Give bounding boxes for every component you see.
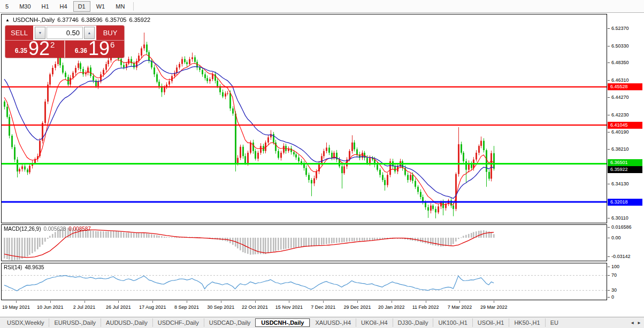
level-price-label: 6.41045 [608, 122, 642, 129]
timeframe-button[interactable]: 5 [1, 1, 13, 12]
date-tick-mark [459, 301, 460, 303]
date-tick-mark [357, 301, 358, 303]
timeframe-button[interactable]: MN [111, 1, 129, 12]
toolbar-separator [133, 2, 134, 11]
level-price-label: 6.36501 [608, 159, 642, 166]
macd-canvas [2, 225, 607, 261]
date-tick-mark [221, 301, 221, 303]
rsi-tick-label: 70 [608, 272, 617, 278]
date-tick-mark [255, 301, 256, 303]
volume-field[interactable]: 0.50 [47, 27, 83, 39]
rsi-axis: 10070300 [608, 263, 644, 300]
date-tick-mark [494, 301, 494, 303]
date-axis: 19 May 202110 Jun 20212 Jul 202126 Jul 2… [0, 301, 644, 315]
date-tick-mark [392, 301, 392, 303]
macd-name: MACD(12,26,9) [4, 226, 41, 232]
date-label: 11 Feb 2022 [412, 304, 439, 310]
rsi-tick-label: 30 [608, 287, 617, 293]
sell-price-prefix: 6.35 [15, 47, 27, 54]
macd-axis: 0.0165860.00-0.03142 [608, 224, 644, 261]
symbol-tab[interactable]: XAUUSD-,H4 [310, 318, 356, 327]
ohlc-high: 6.38596 [81, 17, 103, 23]
sell-price-big: 92 [28, 41, 50, 57]
current-price-axis: 6.35922 [608, 14, 644, 223]
level-price-label: 6.32018 [608, 199, 642, 206]
chevron-down-icon: ▼ [39, 31, 42, 35]
ohlc-open: 6.37746 [57, 17, 79, 23]
symbol-tab[interactable]: UK100-,H1 [433, 318, 472, 327]
rsi-value: 48.9635 [25, 264, 44, 270]
rsi-tick-label: 100 [608, 264, 619, 270]
symbol-tabbar: USDX,WeeklyEURUSD-,DailyAUDUSD-,DailyUSD… [0, 317, 644, 328]
macd-tick-label: -0.03142 [608, 254, 631, 260]
date-label: 8 Sep 2021 [174, 304, 199, 310]
rsi-panel: RSI(14)48.9635 [1, 263, 607, 300]
level-price-label: 6.45528 [608, 83, 642, 90]
symbol-tab-list: USDX,WeeklyEURUSD-,DailyAUDUSD-,DailyUSD… [2, 317, 563, 328]
tab-scroll-right-icon[interactable]: ► [637, 321, 641, 325]
chart-symbol-label: USDCNH-,Daily [13, 17, 55, 23]
timeframe-button[interactable]: D1 [73, 1, 90, 12]
symbol-tab[interactable]: DJ30-,Daily [393, 318, 433, 327]
date-label: 19 May 2021 [2, 304, 30, 310]
buy-price-big: 19 [88, 41, 110, 57]
date-tick-mark [187, 301, 187, 303]
date-label: 7 Mar 2022 [448, 304, 472, 310]
symbol-tab[interactable]: EURUSD-,Daily [49, 318, 101, 327]
macd-tick-label: 0.00 [608, 235, 621, 241]
rsi-label: RSI(14)48.9635 [4, 264, 44, 270]
timeframe-button[interactable]: H1 [37, 1, 54, 12]
timeframe-list: 5M30H1H4D1W1MN [0, 0, 130, 12]
date-tick-mark [85, 301, 85, 303]
timeframe-button[interactable]: H4 [55, 1, 72, 12]
rsi-canvas [2, 263, 607, 300]
date-label: 17 Aug 2021 [139, 304, 166, 310]
macd-label: MACD(12,26,9)0.0056280.008587 [4, 226, 91, 232]
tab-scroll-arrows: ◄ ► [630, 321, 644, 325]
date-label: 26 Jul 2021 [106, 304, 131, 310]
date-label: 7 Dec 2021 [311, 304, 335, 310]
date-label: 30 Sep 2021 [207, 304, 234, 310]
chart-window: ▲USDCNH-,Daily6.377466.385966.357056.359… [0, 13, 644, 315]
symbol-tab[interactable]: USDCNH-,Daily [255, 318, 310, 327]
tab-scroll-left-icon[interactable]: ◄ [630, 321, 634, 325]
date-label: 2 Jul 2021 [73, 304, 96, 310]
buy-price-prefix: 6.36 [75, 47, 87, 54]
date-label: 15 Nov 2021 [275, 304, 303, 310]
date-label: 20 Jan 2022 [378, 304, 405, 310]
date-label: 29 Dec 2021 [343, 304, 371, 310]
sell-price-pip: 2 [50, 40, 55, 49]
symbol-tab[interactable]: HK50-,H1 [509, 318, 545, 327]
date-tick-mark [50, 301, 51, 303]
buy-price-pip: 6 [110, 40, 114, 49]
sell-price-button[interactable]: 6.35 92 2 [5, 41, 65, 58]
timeframe-button[interactable]: M30 [14, 1, 35, 12]
collapse-panel-icon[interactable]: ▲ [5, 18, 10, 22]
symbol-tab[interactable]: UKOil-,H4 [356, 318, 393, 327]
timeframe-button[interactable]: W1 [91, 1, 110, 12]
current-price-label: 6.35922 [608, 166, 642, 173]
chart-title: ▲USDCNH-,Daily6.377466.385966.357056.359… [5, 17, 150, 23]
date-tick-mark [426, 301, 426, 303]
date-label: 29 Mar 2022 [480, 304, 508, 310]
symbol-tab[interactable]: EU [545, 318, 563, 327]
chevron-up-icon: ▲ [88, 31, 91, 35]
date-tick-mark [152, 301, 153, 303]
symbol-tab[interactable]: USDCHF-,Daily [152, 318, 204, 327]
buy-price-button[interactable]: 6.36 19 6 [65, 41, 124, 58]
ohlc-low: 6.35705 [105, 17, 127, 23]
symbol-tab[interactable]: USOil-,H1 [472, 318, 509, 327]
macd-main-value: 0.005628 [43, 226, 66, 232]
symbol-tab[interactable]: USDCAD-,Daily [204, 318, 256, 327]
ohlc-close: 6.35922 [129, 17, 150, 23]
rsi-tick-label: 0 [608, 294, 614, 300]
macd-tick-label: 0.016586 [608, 224, 632, 230]
one-click-trading-widget: SELL ▼ 0.50 ▲ BUY 6.35 92 2 6.36 19 6 [5, 26, 124, 58]
date-tick-mark [289, 301, 289, 303]
rsi-name: RSI(14) [4, 264, 22, 270]
date-label: 10 Jun 2021 [37, 304, 64, 310]
symbol-tab[interactable]: USDX,Weekly [2, 318, 49, 327]
symbol-tab[interactable]: AUDUSD-,Daily [101, 318, 152, 327]
date-tick-mark [323, 301, 324, 303]
date-label: 22 Oct 2021 [242, 304, 268, 310]
